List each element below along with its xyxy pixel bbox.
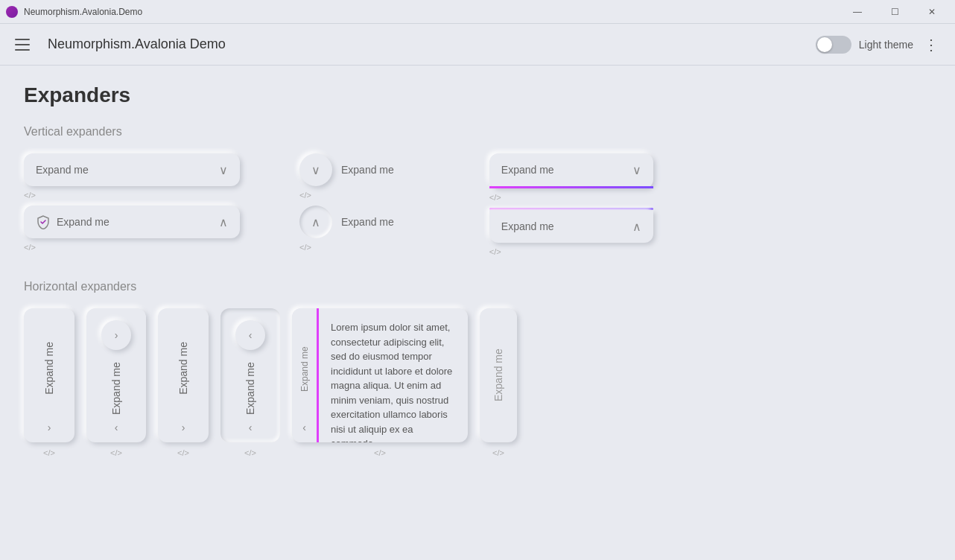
horiz-expander-group-3: Expand me › </>	[158, 308, 209, 457]
expander-2-1: ∨ Expand me	[299, 153, 394, 186]
horiz-expander-3[interactable]: Expand me ›	[158, 308, 209, 442]
expander-3-1-accent-line	[489, 186, 653, 188]
top-nav: Neumorphism.Avalonia Demo Light theme ⋮	[0, 24, 955, 66]
horiz-exp-3-label: Expand me	[177, 342, 189, 395]
horiz-exp-5-label: Expand me	[299, 317, 310, 421]
expander-group-2-1: ∨ Expand me </>	[299, 153, 394, 200]
expander-3-2-label: Expand me	[501, 220, 632, 232]
horiz-code-tag-6[interactable]: </>	[492, 448, 504, 457]
horiz-exp-1-arrow: ›	[48, 421, 51, 433]
horiz-code-tag-1[interactable]: </>	[43, 448, 55, 457]
expander-1-1-icon: ∨	[219, 163, 228, 177]
expander-2-1-label: Expand me	[341, 164, 394, 176]
expander-3-1[interactable]: Expand me ∨	[489, 153, 653, 188]
horiz-expander-5: Expand me ‹ Lorem ipsum dolor sit amet, …	[292, 308, 468, 442]
horiz-exp-4-arrow: ‹	[249, 421, 253, 433]
horiz-exp-5-arrow: ‹	[302, 421, 306, 433]
expander-3-2-icon: ∧	[632, 220, 641, 234]
code-tag-1-1[interactable]: </>	[24, 191, 36, 200]
horiz-code-tag-4[interactable]: </>	[244, 448, 256, 457]
page-title: Expanders	[24, 83, 931, 107]
title-bar-text: Neumorphism.Avalonia.Demo	[24, 7, 840, 17]
theme-toggle[interactable]	[816, 36, 851, 54]
more-options-button[interactable]: ⋮	[919, 33, 943, 57]
horiz-exp-3-label-wrap: Expand me	[177, 317, 189, 419]
shield-icon	[36, 214, 51, 229]
menu-button[interactable]	[12, 33, 36, 57]
expander-col-3: Expand me ∨ </> Expand m	[489, 153, 653, 256]
horiz-exp-2-arrow: ‹	[115, 421, 118, 433]
horiz-expander-group-1: Expand me › </>	[24, 308, 74, 457]
horiz-expander-1[interactable]: Expand me ›	[24, 308, 74, 442]
circle-expand-btn-2-2[interactable]: ∧	[299, 206, 332, 238]
maximize-button[interactable]: ☐	[878, 0, 912, 24]
minimize-button[interactable]: —	[840, 0, 875, 24]
app-icon	[6, 6, 18, 18]
close-button[interactable]: ✕	[915, 0, 949, 24]
expander-group-1-1: Expand me ∨ </>	[24, 153, 240, 200]
expander-3-1-label: Expand me	[501, 164, 632, 176]
hamburger-line	[15, 44, 30, 45]
expander-group-2-2: ∧ Expand me </>	[299, 206, 394, 252]
horiz-expander-6[interactable]: Expand me	[480, 308, 517, 442]
expander-1-2-label: Expand me	[57, 216, 213, 228]
horizontal-section-title: Horizontal expanders	[24, 280, 931, 293]
vertical-expanders-section: Vertical expanders Expand me ∨ </>	[24, 125, 931, 256]
horiz-expander-4[interactable]: ‹ Expand me ‹	[220, 308, 280, 442]
expander-group-3-1: Expand me ∨ </>	[489, 153, 653, 202]
horiz-exp-1-label: Expand me	[43, 342, 55, 395]
horiz-exp-2-label: Expand me	[110, 356, 122, 421]
expander-3-1-icon: ∨	[632, 163, 641, 177]
expander-group-1-2: Expand me ∧ </>	[24, 206, 240, 252]
horiz-exp-1-label-wrap: Expand me	[43, 317, 55, 419]
circle-expand-btn-2-1[interactable]: ∨	[299, 153, 332, 186]
expander-2-2-label: Expand me	[341, 216, 394, 228]
toggle-knob	[817, 37, 832, 52]
title-bar: Neumorphism.Avalonia.Demo — ☐ ✕	[0, 0, 955, 24]
horiz-exp-4-label: Expand me	[244, 356, 256, 421]
expander-1-2[interactable]: Expand me ∧	[24, 206, 240, 238]
horiz-exp-6-label: Expand me	[492, 317, 504, 433]
horiz-exp-3-arrow: ›	[182, 421, 185, 433]
expander-3-2-wrapper: Expand me ∧	[489, 208, 653, 243]
horiz-circle-btn-2[interactable]: ›	[101, 320, 131, 350]
horiz-expander-group-2: › Expand me ‹ </>	[86, 308, 146, 457]
horiz-expander-group-4: ‹ Expand me ‹ </>	[220, 308, 280, 457]
code-tag-2-1[interactable]: </>	[299, 191, 311, 200]
expander-group-3-2: Expand me ∧ </>	[489, 208, 653, 256]
title-bar-controls: — ☐ ✕	[840, 0, 949, 24]
expander-3-1-wrapper: Expand me ∨	[489, 153, 653, 188]
hamburger-line	[15, 39, 30, 40]
code-tag-3-1[interactable]: </>	[489, 193, 501, 202]
horizontal-expanders-section: Horizontal expanders Expand me › </> › E…	[24, 280, 931, 457]
code-tag-3-2[interactable]: </>	[489, 247, 501, 256]
horiz-exp-5-content: Lorem ipsum dolor sit amet, consectetur …	[319, 308, 468, 442]
horiz-code-tag-5[interactable]: </>	[374, 448, 386, 457]
horiz-expander-5-header[interactable]: Expand me ‹	[292, 308, 319, 442]
expander-1-2-icon: ∧	[219, 215, 228, 229]
expander-2-2: ∧ Expand me	[299, 206, 394, 238]
theme-toggle-wrapper: Light theme	[816, 36, 913, 54]
hamburger-line	[15, 49, 30, 51]
code-tag-2-2[interactable]: </>	[299, 243, 311, 252]
vertical-section-title: Vertical expanders	[24, 125, 931, 139]
horiz-code-tag-3[interactable]: </>	[177, 448, 189, 457]
main-content: Expanders Vertical expanders Expand me ∨…	[0, 66, 955, 560]
expander-3-2[interactable]: Expand me ∧	[489, 210, 653, 243]
horiz-expander-2[interactable]: › Expand me ‹	[86, 308, 146, 442]
horiz-expander-group-6: Expand me </>	[480, 308, 517, 457]
expander-1-1-label: Expand me	[36, 164, 219, 176]
horiz-code-tag-2[interactable]: </>	[110, 448, 122, 457]
expander-col-1: Expand me ∨ </> Expand me ∧	[24, 153, 240, 252]
nav-title: Neumorphism.Avalonia Demo	[48, 36, 816, 52]
horiz-circle-btn-4[interactable]: ‹	[235, 320, 265, 350]
expander-3-2-header: Expand me ∧	[489, 210, 653, 243]
theme-label: Light theme	[859, 39, 913, 51]
expander-1-1[interactable]: Expand me ∨	[24, 153, 240, 186]
expander-3-1-header: Expand me ∨	[489, 153, 653, 186]
horiz-expander-group-5: Expand me ‹ Lorem ipsum dolor sit amet, …	[292, 308, 468, 457]
code-tag-1-2[interactable]: </>	[24, 243, 36, 252]
expander-col-2: ∨ Expand me </> ∧ Expand me </>	[299, 153, 394, 252]
